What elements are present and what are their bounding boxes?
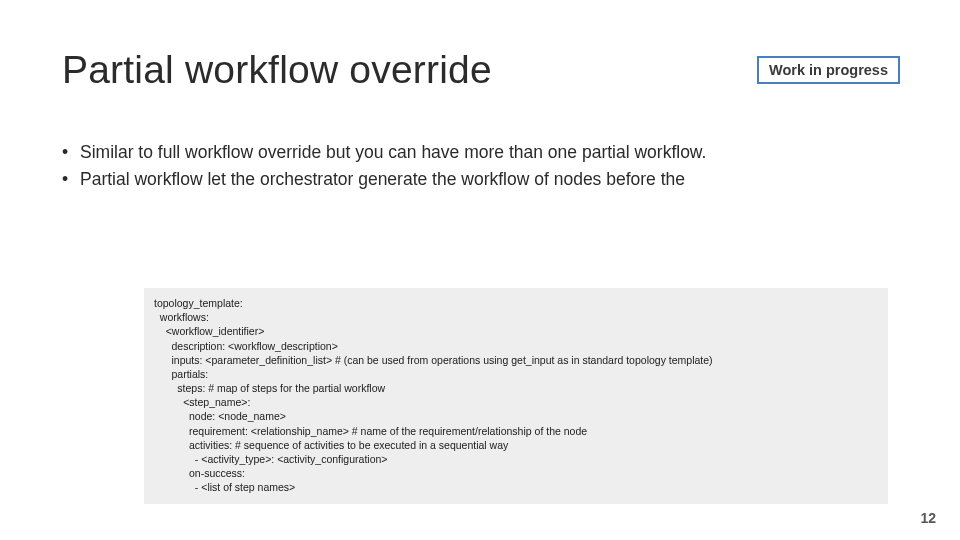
bullet-dot-icon <box>62 140 80 165</box>
code-line: <step_name>: <box>154 395 878 409</box>
code-line: on-success: <box>154 466 878 480</box>
code-line: partials: <box>154 367 878 381</box>
bullet-item: Similar to full workflow override but yo… <box>62 140 900 165</box>
bullet-list: Similar to full workflow override but yo… <box>62 140 900 193</box>
code-line: - <activity_type>: <activity_configurati… <box>154 452 878 466</box>
page-number: 12 <box>920 510 936 526</box>
code-line: <workflow_identifier> <box>154 324 878 338</box>
code-line: topology_template: <box>154 296 878 310</box>
bullet-dot-icon <box>62 167 80 192</box>
code-line: description: <workflow_description> <box>154 339 878 353</box>
bullet-item: Partial workflow let the orchestrator ge… <box>62 167 900 192</box>
slide: Partial workflow override Work in progre… <box>0 0 960 540</box>
code-line: activities: # sequence of activities to … <box>154 438 878 452</box>
code-line: - <list of step names> <box>154 480 878 494</box>
code-line: inputs: <parameter_definition_list> # (c… <box>154 353 878 367</box>
bullet-text: Partial workflow let the orchestrator ge… <box>80 167 685 192</box>
title-row: Partial workflow override Work in progre… <box>62 48 900 92</box>
code-line: workflows: <box>154 310 878 324</box>
code-line: node: <node_name> <box>154 409 878 423</box>
code-line: steps: # map of steps for the partial wo… <box>154 381 878 395</box>
status-badge: Work in progress <box>757 56 900 84</box>
code-line: requirement: <relationship_name> # name … <box>154 424 878 438</box>
slide-title: Partial workflow override <box>62 48 492 92</box>
code-block: topology_template: workflows: <workflow_… <box>144 288 888 504</box>
bullet-text: Similar to full workflow override but yo… <box>80 140 706 165</box>
